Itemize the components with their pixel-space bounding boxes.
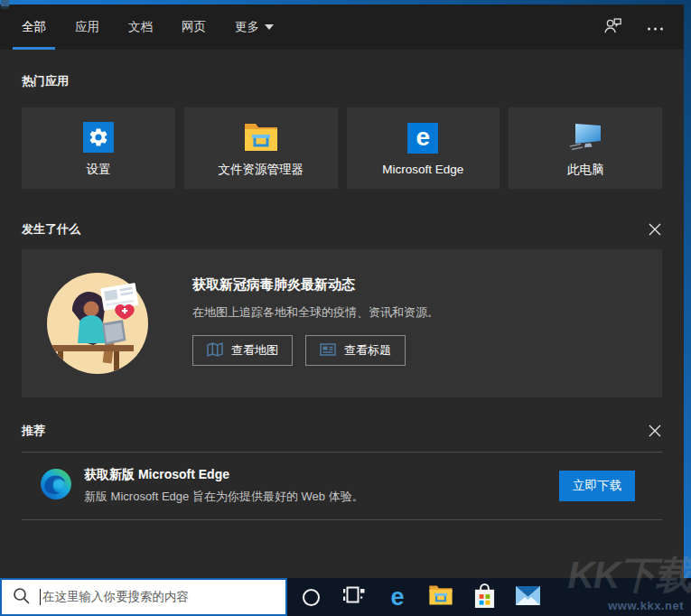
mail-icon (515, 585, 541, 610)
taskbar-icons: e (289, 578, 549, 616)
file-explorer-taskbar-button[interactable] (419, 578, 462, 616)
file-explorer-icon (428, 584, 453, 610)
edge-recommendation-row: 获取新版 Microsoft Edge 新版 Microsoft Edge 旨在… (22, 453, 662, 519)
edge-legacy-icon: e (407, 120, 438, 156)
covid-card-headline: 获取新冠病毒肺炎最新动态 (192, 276, 355, 294)
mail-taskbar-button[interactable] (506, 578, 549, 616)
chevron-down-icon (265, 24, 274, 30)
cortana-icon (303, 589, 320, 606)
tile-this-pc[interactable]: 此电脑 (509, 107, 662, 189)
edge-recommendation-title: 获取新版 Microsoft Edge (84, 467, 364, 483)
edge-recommendation-text: 获取新版 Microsoft Edge 新版 Microsoft Edge 旨在… (84, 467, 364, 505)
this-pc-icon (567, 119, 603, 155)
tab-apps-label: 应用 (75, 19, 99, 35)
download-now-button[interactable]: 立即下载 (559, 471, 635, 501)
tab-web-label: 网页 (182, 19, 206, 35)
task-view-button[interactable] (332, 578, 376, 616)
tab-all-label: 全部 (22, 19, 46, 35)
tile-settings[interactable]: 设置 (22, 107, 175, 189)
tab-more[interactable]: 更多 (226, 5, 283, 50)
top-apps-title: 热门应用 (22, 73, 662, 89)
view-headlines-button[interactable]: 查看标题 (305, 335, 406, 366)
ellipsis-icon[interactable] (647, 19, 664, 35)
task-view-icon (343, 585, 365, 609)
store-icon (473, 583, 496, 612)
store-taskbar-button[interactable] (462, 578, 506, 616)
news-icon (320, 341, 336, 360)
covid-card-buttons: 查看地图 查看标题 (192, 335, 406, 366)
file-explorer-icon (243, 119, 279, 155)
desktop-icon-remnant (1, 0, 9, 9)
view-headlines-label: 查看标题 (344, 342, 391, 359)
divider (22, 519, 662, 520)
covid-news-card: 获取新冠病毒肺炎最新动态 在地图上追踪各地和全球的疫情、资讯和资源。 查看地图 (22, 249, 662, 397)
close-icon[interactable] (648, 222, 662, 237)
search-tabs-bar: 全部 应用 文档 网页 更多 (0, 5, 684, 50)
recommended-header: 推荐 (22, 423, 662, 439)
map-icon (207, 341, 223, 360)
search-icon (13, 587, 30, 608)
edge-taskbar-button[interactable]: e (376, 578, 419, 616)
desktop: 全部 应用 文档 网页 更多 (0, 0, 691, 616)
search-placeholder-text: 在这里输入你要搜索的内容 (42, 589, 189, 605)
tile-file-explorer-label: 文件资源管理器 (218, 162, 303, 178)
whats-happening-title: 发生了什么 (22, 221, 80, 238)
search-flyout-body: 热门应用 设置 (0, 73, 684, 520)
tile-settings-label: 设置 (86, 162, 110, 178)
text-cursor (40, 589, 41, 605)
tab-web[interactable]: 网页 (173, 5, 215, 50)
taskbar-search-input[interactable]: 在这里输入你要搜索的内容 (0, 578, 287, 616)
tile-file-explorer[interactable]: 文件资源管理器 (184, 107, 338, 189)
header-icons (602, 5, 671, 50)
tab-all[interactable]: 全部 (13, 5, 55, 50)
tile-microsoft-edge-label: Microsoft Edge (382, 163, 463, 176)
recommended-title: 推荐 (22, 423, 45, 439)
view-map-button[interactable]: 查看地图 (192, 335, 293, 366)
settings-gear-icon (83, 119, 114, 155)
tile-microsoft-edge[interactable]: e Microsoft Edge (347, 107, 500, 189)
covid-card-description: 在地图上追踪各地和全球的疫情、资讯和资源。 (192, 304, 439, 321)
cortana-button[interactable] (289, 578, 332, 616)
tile-this-pc-label: 此电脑 (567, 162, 604, 178)
edge-new-logo-icon (40, 468, 72, 504)
tab-documents-label: 文档 (128, 19, 153, 35)
watermark-url: www.kkx.net (608, 599, 684, 612)
tab-apps[interactable]: 应用 (66, 5, 108, 50)
edge-recommendation-description: 新版 Microsoft Edge 旨在为你提供最好的 Web 体验。 (84, 489, 364, 505)
woman-laptop-news-heart-illustration (47, 271, 152, 379)
watermark-logo: KK下载 (567, 550, 691, 601)
whats-happening-header: 发生了什么 (22, 221, 662, 238)
view-map-label: 查看地图 (231, 342, 278, 359)
top-apps-tiles: 设置 文件资源管理器 (22, 107, 662, 189)
tab-more-label: 更多 (235, 19, 259, 35)
feedback-person-icon[interactable] (602, 15, 623, 40)
tab-documents[interactable]: 文档 (119, 5, 162, 50)
edge-icon: e (390, 585, 404, 610)
close-icon[interactable] (648, 424, 662, 438)
search-flyout-panel: 全部 应用 文档 网页 更多 (0, 5, 684, 578)
